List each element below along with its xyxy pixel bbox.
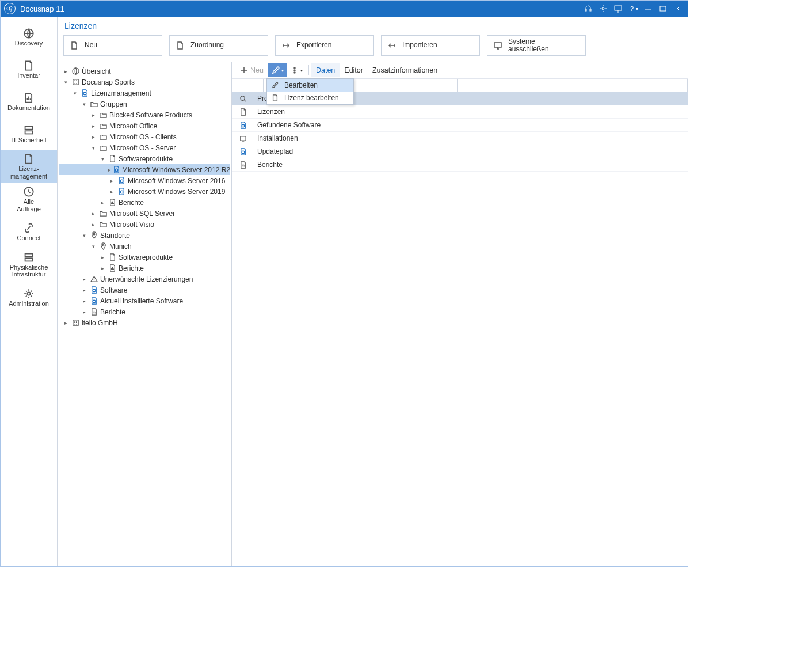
expand-toggle[interactable]: ▸ (90, 112, 97, 118)
sidebar-item-discovery[interactable]: Discovery (1, 21, 57, 54)
expand-toggle[interactable]: ▸ (90, 211, 97, 217)
license-icon (117, 177, 126, 185)
tree-node[interactable]: ▸Übersicht (59, 66, 230, 77)
expand-toggle[interactable]: ▸ (90, 123, 97, 129)
tree-node[interactable]: ▸Microsoft Windows Server 2019 (59, 186, 230, 197)
folder-icon (89, 100, 98, 108)
menu-item[interactable]: Lizenz bearbeiten (267, 92, 353, 104)
tree-node[interactable]: ▸Berichte (59, 306, 230, 317)
detail-new-button: Neu (235, 63, 268, 77)
pencil-icon (270, 81, 280, 89)
tree-node[interactable]: ▸Blocked Software Products (59, 109, 230, 120)
tree-node[interactable]: ▾Softwareprodukte (59, 153, 230, 164)
tree-node[interactable]: ▾Docusnap Sports (59, 77, 230, 88)
building-icon (71, 319, 80, 327)
tree-node[interactable]: ▸Software (59, 284, 230, 295)
license-icon (117, 188, 126, 196)
expand-toggle[interactable]: ▸ (62, 69, 69, 74)
tree-node[interactable]: ▸itelio GmbH (59, 317, 230, 328)
detail-row[interactable]: Berichte (232, 158, 688, 172)
detail-edit-button[interactable]: ▾ (268, 63, 287, 77)
expand-toggle[interactable]: ▸ (81, 276, 87, 282)
tree-node[interactable]: ▸Microsoft Windows Server 2016 (59, 175, 230, 186)
expand-toggle[interactable]: ▾ (99, 156, 106, 162)
svg-rect-20 (660, 6, 666, 11)
expand-toggle[interactable]: ▸ (108, 167, 111, 173)
sidebar-item-lizenz[interactable]: Lizenz-management (1, 150, 57, 183)
tree-node-label: Berichte (119, 199, 144, 207)
detail-row[interactable]: Gefundene Software (232, 119, 688, 132)
toolbar-neu-button[interactable]: Neu (63, 35, 162, 56)
doc-icon (108, 253, 117, 261)
tree-node[interactable]: ▸Microsoft Visio (59, 219, 230, 230)
sidebar-item-inventar[interactable]: Inventar (1, 54, 57, 86)
tree-node[interactable]: ▸Aktuell installierte Software (59, 295, 230, 306)
license-icon (89, 286, 98, 294)
detail-row[interactable]: Installationen (232, 132, 688, 145)
detail-more-button[interactable]: ▾ (287, 63, 306, 77)
tree-node[interactable]: ▸Softwareprodukte (59, 252, 230, 263)
license-icon (232, 122, 254, 129)
expand-toggle[interactable]: ▸ (99, 255, 106, 260)
help-icon[interactable]: ?▾ (627, 2, 639, 15)
expand-toggle[interactable]: ▸ (81, 287, 87, 293)
sidebar-item-dokumentation[interactable]: Dokumentation (1, 86, 57, 118)
tree-node[interactable]: ▸Microsoft Windows Server 2012 R2 (59, 164, 230, 175)
detail-tab-zusatzinformationen[interactable]: Zusatzinformationen (368, 63, 442, 77)
tree-node-label: Microsoft Windows Server 2016 (128, 177, 225, 185)
expand-toggle[interactable]: ▸ (90, 134, 97, 140)
tree-node-label: Microsoft OS - Clients (109, 133, 177, 141)
sidebar-item-itsicherheit[interactable]: IT Sicherheit (1, 118, 57, 150)
expand-toggle[interactable]: ▸ (99, 265, 106, 271)
sidebar-item-connect[interactable]: Connect (1, 217, 57, 249)
settings-icon[interactable] (597, 2, 609, 15)
expand-toggle[interactable]: ▸ (62, 320, 69, 326)
detail-tab-editor[interactable]: Editor (340, 63, 368, 77)
close-button[interactable] (672, 2, 684, 15)
tree-node[interactable]: ▾Munich (59, 241, 230, 252)
toolbar-zuordnung-button[interactable]: Zuordnung (169, 35, 268, 56)
minimize-button[interactable] (642, 2, 654, 15)
folder-icon (98, 221, 108, 229)
tree-node[interactable]: ▾Microsoft OS - Server (59, 142, 230, 153)
expand-toggle[interactable]: ▸ (108, 178, 115, 184)
expand-toggle[interactable]: ▾ (81, 233, 87, 238)
tree-node-label: Microsoft SQL Server (109, 210, 175, 218)
detail-row[interactable]: Lizenzen (232, 105, 688, 119)
nav-sidebar: DiscoveryInventarDokumentationIT Sicherh… (1, 17, 58, 566)
expand-toggle[interactable]: ▸ (108, 189, 115, 195)
tree-node[interactable]: ▸Microsoft OS - Clients (59, 131, 230, 142)
edit-dropdown-menu: BearbeitenLizenz bearbeiten (266, 78, 354, 105)
sidebar-item-admin[interactable]: Administration (1, 282, 57, 314)
toolbar-ausschl-button[interactable]: Systemeausschließen (487, 35, 586, 56)
expand-toggle[interactable]: ▸ (99, 200, 106, 206)
expand-toggle[interactable]: ▾ (81, 101, 87, 107)
expand-toggle[interactable]: ▾ (71, 90, 78, 96)
sidebar-item-auftraege[interactable]: AlleAufträge (1, 183, 57, 216)
globe-icon (71, 67, 80, 75)
menu-item[interactable]: Bearbeiten (267, 79, 353, 92)
support-icon[interactable] (582, 2, 594, 15)
toolbar-export-button[interactable]: Exportieren (275, 35, 374, 56)
tree-node[interactable]: ▸Microsoft SQL Server (59, 208, 230, 219)
maximize-button[interactable] (657, 2, 669, 15)
expand-toggle[interactable]: ▸ (81, 298, 87, 304)
tree-node[interactable]: ▾Gruppen (59, 98, 230, 109)
detail-tab-daten[interactable]: Daten (311, 63, 340, 77)
tree-node[interactable]: ▸Microsoft Office (59, 120, 230, 131)
expand-toggle[interactable]: ▸ (81, 309, 87, 315)
toolbar-import-button[interactable]: Importieren (381, 35, 480, 56)
tree-node[interactable]: ▸Unerwünschte Lizenzierungen (59, 274, 230, 284)
tree-node-label: Microsoft Visio (109, 221, 154, 229)
expand-toggle[interactable]: ▾ (90, 244, 97, 249)
sidebar-item-physinfra[interactable]: PhysikalischeInfrastruktur (1, 249, 57, 282)
tree-node[interactable]: ▾Standorte (59, 230, 230, 241)
device-icon[interactable] (612, 2, 624, 15)
detail-row[interactable]: Updatepfad (232, 145, 688, 158)
expand-toggle[interactable]: ▸ (90, 222, 97, 227)
tree-node[interactable]: ▾Lizenzmanagement (59, 88, 230, 98)
tree-node[interactable]: ▸Berichte (59, 197, 230, 208)
expand-toggle[interactable]: ▾ (90, 145, 97, 151)
tree-node[interactable]: ▸Berichte (59, 263, 230, 274)
expand-toggle[interactable]: ▾ (62, 79, 69, 85)
